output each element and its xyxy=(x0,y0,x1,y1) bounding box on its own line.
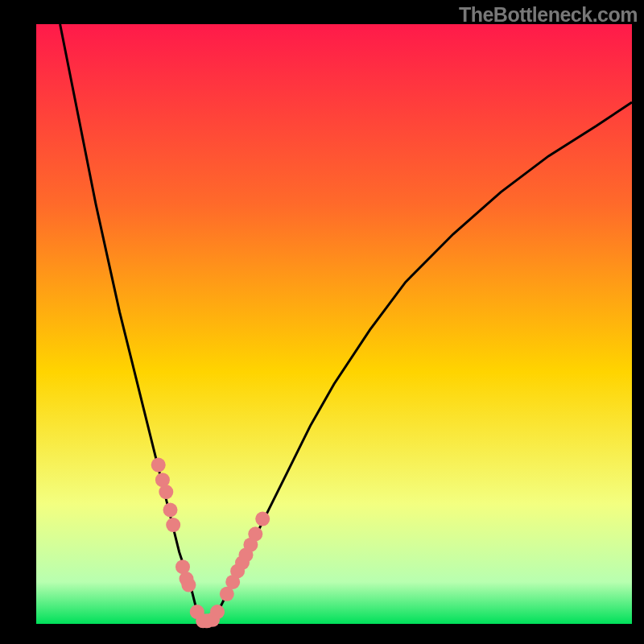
watermark-label: TheBottleneck.com xyxy=(459,3,638,27)
plot-area xyxy=(36,24,632,624)
